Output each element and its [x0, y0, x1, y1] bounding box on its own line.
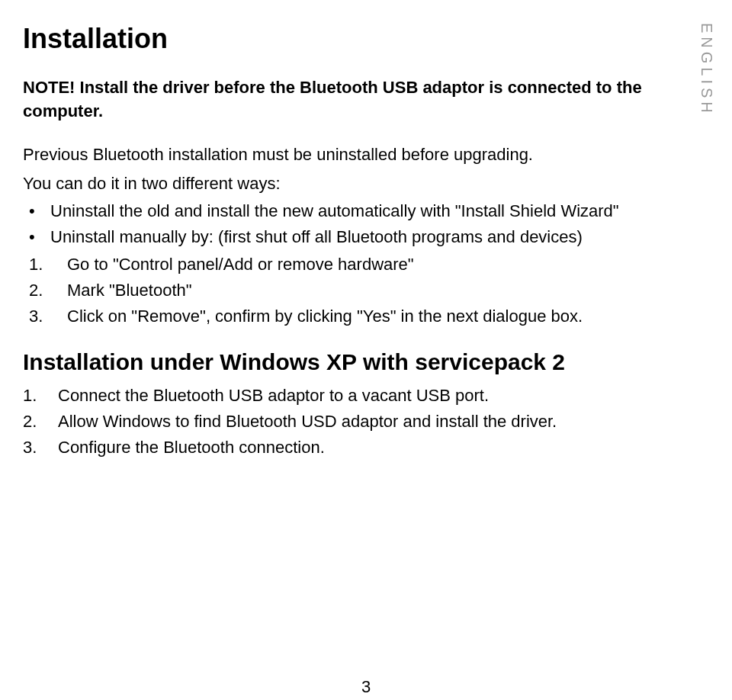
- list-item: 2. Allow Windows to find Bluetooth USD a…: [23, 409, 694, 435]
- step-text: Allow Windows to find Bluetooth USD adap…: [58, 412, 557, 431]
- list-item: 1. Connect the Bluetooth USB adaptor to …: [23, 383, 694, 409]
- windows-xp-install-steps: 1. Connect the Bluetooth USB adaptor to …: [23, 383, 694, 461]
- page-number: 3: [361, 677, 371, 697]
- list-item: 3. Configure the Bluetooth connection.: [23, 435, 694, 461]
- section-heading-windows-xp: Installation under Windows XP with servi…: [23, 349, 694, 375]
- step-number: 2.: [23, 409, 37, 435]
- step-text: Mark "Bluetooth": [67, 281, 192, 300]
- uninstall-methods-list: Uninstall the old and install the new au…: [23, 198, 694, 250]
- list-item: 3. Click on "Remove", confirm by clickin…: [23, 303, 648, 329]
- manual-uninstall-steps: 1. Go to "Control panel/Add or remove ha…: [23, 252, 694, 329]
- bullet-item: Uninstall manually by: (first shut off a…: [23, 224, 648, 250]
- step-number: 3.: [23, 435, 37, 461]
- note-text: NOTE! Install the driver before the Blue…: [23, 76, 648, 124]
- step-number: 1.: [23, 383, 37, 409]
- intro-paragraph-2: You can do it in two different ways:: [23, 171, 648, 197]
- step-text: Configure the Bluetooth connection.: [58, 438, 325, 457]
- step-text: Go to "Control panel/Add or remove hardw…: [67, 255, 414, 274]
- language-side-label: ENGLISH: [698, 23, 715, 117]
- step-number: 3.: [29, 303, 43, 329]
- list-item: 2. Mark "Bluetooth": [23, 278, 648, 303]
- step-number: 1.: [29, 252, 43, 278]
- bullet-item: Uninstall the old and install the new au…: [23, 198, 648, 224]
- intro-paragraph-1: Previous Bluetooth installation must be …: [23, 142, 648, 168]
- step-text: Click on "Remove", confirm by clicking "…: [67, 307, 583, 326]
- page-title: Installation: [23, 23, 694, 55]
- list-item: 1. Go to "Control panel/Add or remove ha…: [23, 252, 648, 278]
- step-text: Connect the Bluetooth USB adaptor to a v…: [58, 386, 489, 405]
- step-number: 2.: [29, 278, 43, 303]
